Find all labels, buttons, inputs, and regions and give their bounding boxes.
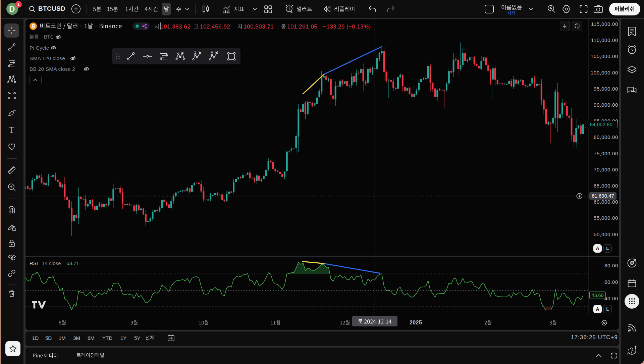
svg-text:5: 5 <box>199 51 201 54</box>
svg-text:1: 1 <box>194 51 196 54</box>
svg-text:C: C <box>215 51 218 54</box>
svg-text:A: A <box>211 51 213 54</box>
